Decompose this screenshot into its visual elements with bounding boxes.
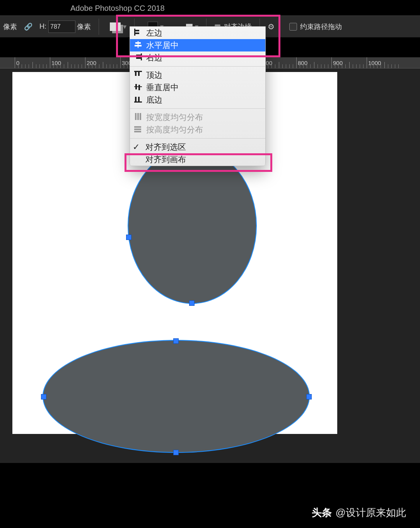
distribute-height-label: 按高度均匀分布 bbox=[146, 124, 203, 135]
app-title: Adobe Photoshop CC 2018 bbox=[70, 4, 165, 13]
align-bottom-label: 底边 bbox=[146, 94, 162, 105]
anchor-point[interactable] bbox=[189, 300, 195, 306]
align-right-item[interactable]: 右边 bbox=[130, 51, 265, 64]
footer-watermark: 头条 @设计原来如此 bbox=[0, 497, 420, 528]
author-handle: @设计原来如此 bbox=[336, 506, 406, 519]
align-vcenter-label: 垂直居中 bbox=[146, 82, 179, 93]
divider bbox=[99, 19, 99, 35]
align-bottom-item[interactable]: 底边 bbox=[130, 94, 265, 106]
align-top-item[interactable]: 顶边 bbox=[130, 69, 265, 81]
align-vcenter-item[interactable]: 垂直居中 bbox=[130, 81, 265, 94]
distribute-width-item: 按宽度均匀分布 bbox=[130, 111, 265, 123]
anchor-point[interactable] bbox=[306, 394, 312, 399]
align-top-label: 顶边 bbox=[146, 70, 162, 81]
distribute-height-item: 按高度均匀分布 bbox=[130, 123, 265, 136]
align-to-canvas-label: 对齐到画布 bbox=[142, 154, 186, 165]
distribute-width-label: 按宽度均匀分布 bbox=[146, 112, 203, 123]
align-right-label: 右边 bbox=[146, 52, 162, 63]
anchor-point[interactable] bbox=[173, 338, 179, 344]
ruler-number: 200 bbox=[87, 60, 96, 66]
ellipse-shape-top[interactable] bbox=[128, 147, 257, 304]
path-align-dropdown: 左边 水平居中 右边 顶边 垂直居中 底边 按宽度均匀分布 按高度均匀分布 ✓ … bbox=[130, 26, 266, 166]
align-hcenter-item[interactable]: 水平居中 bbox=[130, 39, 265, 51]
anchor-point[interactable] bbox=[173, 450, 179, 455]
align-to-selection-item[interactable]: ✓ 对齐到选区 bbox=[130, 141, 265, 153]
ruler-number: 100 bbox=[51, 60, 61, 66]
anchor-point[interactable] bbox=[41, 394, 46, 399]
ellipse-shape-bottom[interactable] bbox=[43, 340, 310, 453]
height-input[interactable] bbox=[48, 21, 75, 33]
align-left-label: 左边 bbox=[146, 27, 162, 38]
constrain-path-drag-checkbox[interactable]: 约束路径拖动 bbox=[289, 22, 342, 31]
align-to-canvas-item[interactable]: 对齐到画布 bbox=[130, 153, 265, 166]
toutiao-brand: 头条 bbox=[312, 506, 332, 519]
checkbox-icon[interactable] bbox=[289, 23, 297, 31]
ruler-number: 900 bbox=[333, 60, 343, 66]
ruler-number: 800 bbox=[298, 60, 307, 66]
path-combine-icon[interactable] bbox=[110, 22, 121, 31]
align-to-selection-label: 对齐到选区 bbox=[142, 142, 186, 153]
height-unit-label: 像素 bbox=[77, 22, 91, 31]
anchor-point[interactable] bbox=[126, 235, 131, 240]
height-label: H: bbox=[39, 22, 46, 31]
align-hcenter-label: 水平居中 bbox=[146, 40, 179, 51]
align-left-item[interactable]: 左边 bbox=[130, 27, 265, 39]
gear-icon[interactable]: ⚙ bbox=[268, 22, 275, 31]
check-icon: ✓ bbox=[130, 142, 142, 152]
constrain-path-drag-label: 约束路径拖动 bbox=[300, 22, 342, 31]
width-unit-label: 像素 bbox=[0, 16, 20, 37]
link-icon[interactable]: 🔗 bbox=[24, 22, 32, 31]
